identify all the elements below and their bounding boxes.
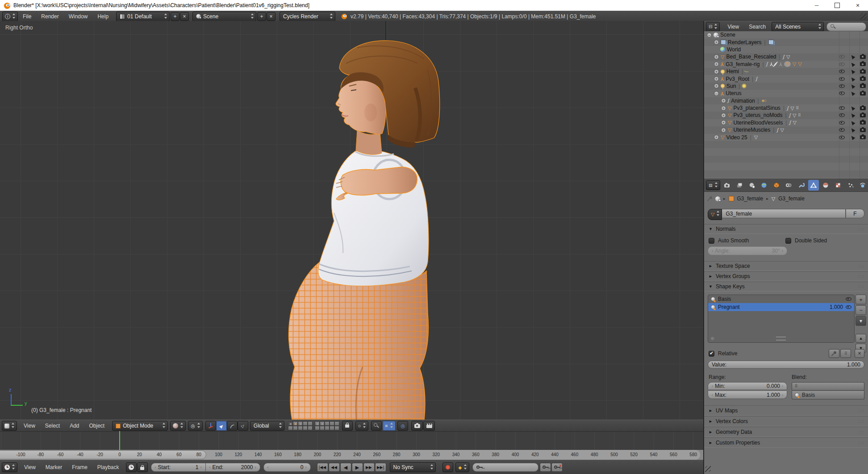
screen-layout-selector[interactable]: 01 Default [116, 12, 170, 21]
layers-grid-2[interactable] [315, 421, 339, 430]
render-visibility-toggle[interactable] [860, 113, 866, 117]
viewport-3d[interactable]: Right Ortho [0, 21, 704, 420]
menu-render[interactable]: Render [36, 13, 63, 20]
breadcrumb-scene-icon[interactable] [715, 196, 720, 201]
shape-key-row-pregnant[interactable]: Pregnant 1.000 [708, 303, 854, 311]
tab-object[interactable] [771, 180, 782, 191]
layer-cell[interactable] [298, 421, 303, 426]
translate-manipulator-toggle[interactable]: ▶ [216, 421, 227, 431]
selectability-toggle[interactable] [850, 62, 855, 67]
render-visibility-toggle[interactable] [860, 135, 866, 139]
layer-cell[interactable] [298, 426, 303, 430]
timeline-editor-selector[interactable] [2, 462, 17, 472]
render-visibility-toggle[interactable] [860, 77, 866, 81]
panel-uv-maps[interactable]: ►UV Maps :::: [704, 405, 868, 416]
hide-toggle[interactable] [839, 91, 845, 95]
panel-texture-space[interactable]: ►Texture Space :::: [704, 261, 868, 271]
tab-material[interactable] [821, 180, 831, 191]
add-layout-button[interactable]: + [171, 12, 179, 21]
outliner-row-world[interactable]: World [704, 46, 868, 53]
auto-smooth-checkbox[interactable] [709, 238, 714, 244]
range-max-field[interactable]: ‹Max:1.000› [708, 391, 787, 399]
outliner-filter-selector[interactable]: All Scenes [772, 22, 824, 32]
outliner-menu-view[interactable]: View [722, 24, 744, 30]
frame-start-field[interactable]: ‹Start:1› [151, 463, 206, 472]
keying-set-field[interactable] [472, 463, 538, 472]
rotate-manipulator-toggle[interactable]: ( [227, 421, 238, 431]
expand-icon[interactable]: + [714, 62, 719, 67]
tab-object-data[interactable] [808, 180, 819, 191]
outliner-editor-selector[interactable]: ⊟ [706, 22, 720, 32]
outliner-row-hemi[interactable]: +Hemi|) [704, 68, 868, 75]
panel-shape-keys-header[interactable]: ▼Shape Keys :::: [704, 282, 868, 291]
panel-geometry-data[interactable]: ►Geometry Data :::: [704, 427, 868, 437]
timeline-track[interactable] [0, 431, 704, 450]
vp-menu-add[interactable]: Add [65, 423, 84, 429]
outliner-row-scene[interactable]: −Scene [704, 31, 868, 38]
layer-cell[interactable] [293, 426, 298, 430]
expand-icon[interactable]: + [721, 128, 726, 133]
tab-texture[interactable] [833, 180, 843, 191]
outliner-row-pv3root[interactable]: +YPv3_Root|ʃ [704, 75, 868, 82]
corner-grip[interactable] [860, 13, 867, 20]
hide-toggle[interactable] [839, 128, 845, 132]
outliner-row-sun[interactable]: +Sun| [704, 83, 868, 90]
layer-cell[interactable] [315, 426, 320, 430]
remove-shape-key-button[interactable]: − [855, 305, 866, 315]
sync-mode-selector[interactable]: No Sync [390, 462, 436, 472]
render-visibility-toggle[interactable] [860, 62, 866, 66]
outliner-row-bloodvessels[interactable]: +▽UterineBloodVessels|ʃ▽ [704, 119, 868, 126]
character-model[interactable] [0, 21, 704, 420]
layer-cell[interactable] [303, 426, 308, 430]
double-sided-checkbox[interactable] [785, 238, 791, 244]
expand-icon[interactable]: + [714, 54, 719, 59]
current-frame-field[interactable]: ‹0› [263, 463, 311, 472]
vp-menu-view[interactable]: View [19, 423, 40, 429]
tab-constraints[interactable] [784, 180, 794, 191]
render-visibility-toggle[interactable] [860, 106, 866, 110]
layers-grid-1[interactable] [288, 421, 313, 430]
hide-toggle[interactable] [839, 77, 845, 81]
scene-selector[interactable]: Scene [192, 12, 256, 21]
preview-range-button[interactable] [126, 462, 137, 472]
outliner-menu-search[interactable]: Search [744, 24, 771, 30]
minimize-button[interactable]: ─ [806, 2, 827, 8]
relative-checkbox[interactable] [709, 351, 714, 357]
play-button[interactable]: ▶ [352, 463, 363, 472]
scale-manipulator-toggle[interactable]: ▷ [238, 421, 248, 431]
layer-cell[interactable] [325, 426, 330, 430]
expand-icon[interactable]: + [721, 98, 726, 103]
hide-toggle[interactable] [839, 55, 845, 58]
outliner-row-renderlayers[interactable]: +RenderLayers| [704, 38, 868, 46]
add-shape-key-button[interactable]: ＋ [855, 295, 866, 304]
vp-menu-select[interactable]: Select [40, 423, 65, 429]
render-visibility-toggle[interactable] [860, 128, 866, 132]
panel-vertex-colors[interactable]: ►Vertex Colors :::: [704, 416, 868, 426]
mode-selector[interactable]: Object Mode [112, 421, 168, 431]
hide-toggle[interactable] [839, 136, 845, 139]
lock-frame-range-button[interactable] [137, 462, 148, 472]
transform-orientation-selector[interactable]: Global [250, 421, 284, 431]
layer-cell[interactable] [320, 421, 325, 426]
tab-render[interactable] [722, 180, 733, 191]
insert-keyframe-button[interactable] [540, 463, 551, 472]
hide-toggle[interactable] [839, 70, 845, 73]
snap-target-button[interactable]: ◎ [397, 421, 408, 431]
layer-cell[interactable] [320, 426, 325, 430]
layer-cell[interactable] [330, 421, 334, 426]
layer-cell[interactable] [288, 426, 293, 430]
render-visibility-toggle[interactable] [860, 84, 866, 88]
tab-scene[interactable] [747, 180, 757, 191]
snap-element-selector[interactable]: ≡ [383, 421, 396, 431]
menu-file[interactable]: File [18, 13, 36, 20]
panel-vertex-groups[interactable]: ►Vertex Groups :::: [704, 271, 868, 281]
angle-field[interactable]: ‹Angle:30°› [708, 246, 787, 255]
range-min-field[interactable]: ‹Min:0.000› [708, 382, 787, 390]
layer-cell[interactable] [330, 426, 334, 430]
collapse-icon[interactable]: − [714, 91, 719, 96]
menu-window[interactable]: Window [64, 13, 93, 20]
mesh-name-input[interactable]: G3_female [722, 209, 846, 218]
hide-toggle[interactable] [839, 106, 845, 110]
layer-cell[interactable] [334, 421, 339, 426]
layer-cell[interactable] [315, 421, 320, 426]
